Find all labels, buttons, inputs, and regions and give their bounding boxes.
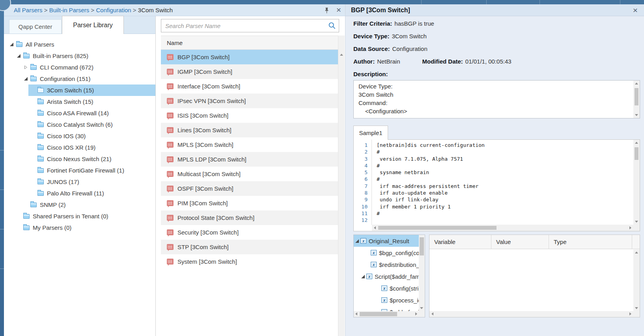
scroll-right-icon[interactable] — [629, 312, 631, 315]
parser-list-item[interactable]: Protocol State [3Com Switch] — [161, 210, 338, 225]
tree-item[interactable]: 3Com Switch (15) — [4, 84, 155, 96]
parser-list-item[interactable]: PIM [3Com Switch] — [161, 196, 338, 210]
scroll-thumb[interactable] — [360, 312, 397, 316]
scroll-thumb[interactable] — [635, 147, 638, 160]
tree-item[interactable]: Shared Parsers in Tenant (0) — [4, 210, 155, 222]
parser-list-item[interactable]: Security [3Com Switch] — [161, 225, 338, 240]
description-scrollbar[interactable] — [633, 81, 640, 118]
scroll-thumb[interactable] — [378, 226, 497, 230]
parser-list-item[interactable]: ISIS [3Com Switch] — [161, 108, 338, 123]
tree-item[interactable]: Cisco IOS XR (19) — [4, 142, 155, 153]
scroll-left-icon[interactable] — [374, 226, 376, 229]
tree-item[interactable]: Palo Alto Firewall (11) — [4, 188, 155, 199]
variable-icon: x — [371, 262, 377, 267]
result-tree-item[interactable]: x$redistribution_cor — [354, 259, 419, 270]
code-vscrollbar[interactable] — [633, 140, 640, 225]
scroll-thumb[interactable] — [420, 237, 424, 255]
scroll-down-icon[interactable] — [635, 114, 638, 116]
parser-list-item[interactable]: MPLS [3Com Switch] — [161, 137, 338, 152]
tree-item[interactable]: Cisco ASA Firewall (14) — [4, 107, 155, 119]
expander-open-icon[interactable] — [24, 77, 30, 81]
tree-item[interactable]: My Parsers (0) — [4, 222, 155, 233]
description-box: Device Type: 3Com Switch Command: <Confi… — [353, 80, 640, 118]
description-label: Description: — [353, 71, 388, 77]
expander-open-icon[interactable] — [361, 275, 365, 278]
parser-list-item[interactable]: Lines [3Com Switch] — [161, 123, 338, 137]
tree-item[interactable]: Cisco Nexus Switch (21) — [4, 153, 155, 165]
code-hscrollbar[interactable] — [372, 225, 633, 231]
table-vscrollbar[interactable] — [633, 250, 640, 311]
variables-table: Variable Value Type — [429, 235, 640, 317]
tab-parser-library[interactable]: Parser Library — [62, 16, 124, 34]
scroll-up-icon[interactable] — [340, 54, 343, 56]
scroll-up-icon[interactable] — [635, 83, 638, 84]
search-icon[interactable] — [328, 22, 336, 31]
result-tree-item[interactable]: x$bgp_config(config — [354, 247, 419, 259]
tab-qapp-center[interactable]: Qapp Center — [9, 19, 62, 34]
parser-list-item[interactable]: BGP [3Com Switch] — [161, 50, 338, 64]
breadcrumb-link[interactable]: Configuration — [96, 7, 131, 13]
tree-item[interactable]: CLI Command (672) — [4, 62, 155, 73]
tree-item[interactable]: Configuration (151) — [4, 73, 155, 84]
column-variable[interactable]: Variable — [429, 235, 491, 249]
parser-list-item[interactable]: Multicast [3Com Switch] — [161, 167, 338, 181]
scroll-right-icon[interactable] — [415, 312, 417, 315]
pin-icon[interactable] — [325, 8, 330, 14]
scroll-right-icon[interactable] — [629, 226, 631, 229]
parser-name: Lines [3Com Switch] — [177, 127, 231, 133]
parser-name: Security [3Com Switch] — [177, 229, 239, 236]
result-hscrollbar[interactable] — [354, 311, 419, 317]
scroll-down-icon[interactable] — [635, 221, 638, 223]
result-tree-item[interactable]: xOriginal_Result — [354, 235, 419, 247]
parser-list-item[interactable]: IPsec VPN [3Com Switch] — [161, 94, 338, 108]
tree-item[interactable]: All Parsers — [4, 39, 155, 50]
result-tree-item[interactable]: xScript($addr_family — [354, 270, 419, 282]
parser-list-item[interactable]: MPLS LDP [3Com Switch] — [161, 152, 338, 167]
search-input[interactable] — [161, 19, 339, 32]
expander-open-icon[interactable] — [355, 239, 359, 243]
variables-table-header: Variable Value Type — [429, 235, 640, 249]
parser-list-item[interactable]: IGMP [3Com Switch] — [161, 64, 338, 79]
breadcrumb-link[interactable]: Built-in Parsers — [49, 7, 90, 13]
column-value[interactable]: Value — [491, 235, 549, 249]
strip-divider — [0, 268, 4, 269]
parser-icon — [167, 215, 174, 221]
scroll-down-icon[interactable] — [635, 307, 638, 309]
scroll-left-icon[interactable] — [355, 312, 357, 315]
tab-sample1[interactable]: Sample1 — [353, 126, 388, 140]
scroll-left-icon[interactable] — [431, 312, 433, 315]
tree-item[interactable]: Built-in Parsers (825) — [4, 50, 155, 62]
line-number: 6 — [354, 176, 371, 183]
column-type[interactable]: Type — [549, 235, 632, 249]
scroll-up-icon[interactable] — [635, 142, 638, 144]
close-panel-icon[interactable]: × — [336, 4, 341, 15]
tree-item[interactable]: Cisco IOS (30) — [4, 130, 155, 142]
parser-list-item[interactable]: System [3Com Switch] — [161, 254, 338, 269]
result-tree-item[interactable]: x$addr_family — [354, 306, 419, 311]
strip-divider — [0, 190, 4, 190]
parser-name: PIM [3Com Switch] — [177, 200, 228, 206]
tree-item[interactable]: Fortinet FortiGate Firewall (1) — [4, 165, 155, 176]
tree-item[interactable]: JUNOS (17) — [4, 176, 155, 188]
result-vscrollbar[interactable] — [419, 235, 425, 311]
parser-list-item[interactable]: STP [3Com Switch] — [161, 240, 338, 254]
list-header[interactable]: Name — [161, 36, 338, 50]
result-tree-item[interactable]: x$config(string) — [354, 282, 419, 294]
scroll-up-icon[interactable] — [635, 252, 638, 253]
tree-item[interactable]: Arista Switch (15) — [4, 96, 155, 107]
result-tree-item[interactable]: x$process_id(str — [354, 294, 419, 306]
expander-open-icon[interactable] — [17, 54, 22, 58]
expander-open-icon[interactable] — [10, 43, 15, 46]
tree-item[interactable]: Cisco Catalyst Switch (6) — [4, 119, 155, 130]
scroll-down-icon[interactable] — [420, 307, 423, 309]
parser-list-item[interactable]: Interface [3Com Switch] — [161, 79, 338, 94]
scroll-thumb[interactable] — [635, 88, 638, 105]
table-hscrollbar[interactable] — [429, 311, 633, 317]
ribbon-divider — [620, 0, 620, 4]
parser-list-item[interactable]: OSPF [3Com Switch] — [161, 181, 338, 196]
expander-closed-icon[interactable] — [24, 66, 30, 69]
breadcrumb-link[interactable]: All Parsers — [14, 7, 43, 13]
tree-item[interactable]: SNMP (2) — [4, 199, 155, 210]
close-detail-icon[interactable]: × — [633, 5, 638, 16]
list-scrollbar[interactable] — [338, 36, 345, 336]
